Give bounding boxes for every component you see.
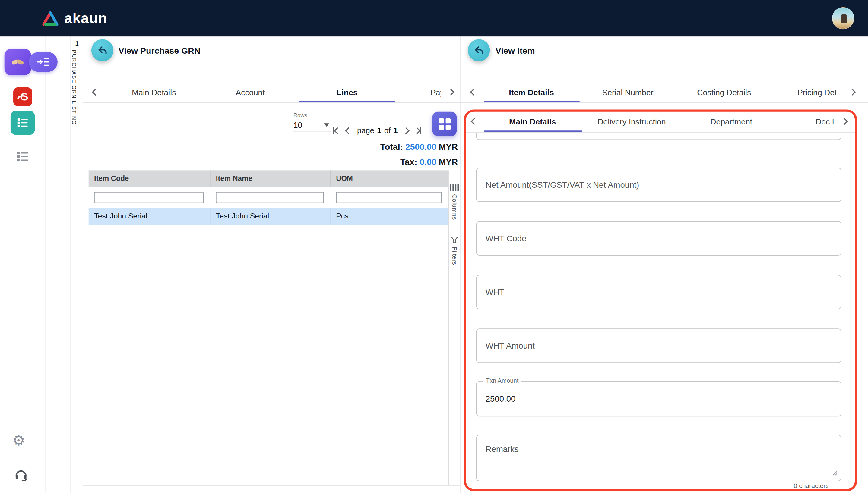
chevron-right-icon: [414, 127, 421, 134]
net-amount-field[interactable]: Net Amount(SST/GST/VAT x Net Amount): [476, 168, 842, 202]
item-form-scroll-area[interactable]: Net Amount(SST/GST/VAT x Net Amount) WHT…: [466, 133, 855, 491]
gear-icon: ⚙: [12, 432, 25, 449]
subtabs-scroll-left-button[interactable]: [467, 111, 480, 132]
tax-currency: MYR: [439, 157, 458, 166]
item-tab-item-details[interactable]: Item Details: [509, 82, 554, 103]
chevron-left-icon: [345, 127, 352, 134]
layout-grid-button[interactable]: [433, 112, 457, 136]
dropdown-caret-icon: [324, 123, 329, 127]
table-row[interactable]: Test John Serial Test John Serial Pcs: [89, 208, 449, 224]
pdf-export-button[interactable]: [13, 87, 32, 106]
topbar: akaun: [0, 0, 868, 37]
clipped-field[interactable]: [476, 133, 842, 140]
column-header-item-code[interactable]: Item Code: [89, 170, 210, 187]
pdf-icon: [17, 91, 29, 103]
indent-menu-icon: [37, 58, 49, 66]
wht-amount-label: WHT Amount: [485, 341, 535, 350]
grn-back-button[interactable]: [91, 39, 113, 61]
prev-page-button[interactable]: [346, 128, 351, 133]
wht-code-label: WHT Code: [485, 234, 526, 243]
active-tab-underline: [299, 101, 395, 103]
next-page-button[interactable]: [404, 128, 409, 133]
subtab-department[interactable]: Department: [710, 111, 752, 133]
panel-divider: [460, 37, 461, 493]
rows-value: 10: [293, 121, 303, 129]
txn-amount-label: Txn Amount: [483, 377, 521, 384]
wht-code-field[interactable]: WHT Code: [476, 221, 842, 256]
cell-item-code: Test John Serial: [89, 208, 210, 224]
filters-toggle[interactable]: Filters: [449, 236, 460, 265]
uom-filter-input[interactable]: [336, 192, 442, 203]
total-label: Total:: [380, 142, 403, 152]
listing-icon: [16, 116, 29, 129]
grn-tab-lines[interactable]: Lines: [336, 82, 358, 103]
listing-nav[interactable]: [15, 148, 31, 165]
item-tab-costing-details[interactable]: Costing Details: [697, 82, 751, 103]
grn-tab-account[interactable]: Account: [236, 82, 265, 103]
grn-tabs-scroll-right-button[interactable]: [441, 82, 460, 103]
table-filter-row: [89, 187, 449, 208]
panel-bottom-divider: [83, 485, 460, 486]
character-count: 0 characters: [794, 483, 829, 489]
handshake-module-icon[interactable]: [4, 49, 31, 75]
cell-uom: Pcs: [331, 208, 449, 224]
chevron-left-icon: [470, 89, 477, 95]
sidebar-expand-button[interactable]: [29, 52, 57, 72]
back-arrow-icon: [97, 45, 108, 56]
columns-tool-label: Columns: [451, 194, 458, 220]
purchase-grn-listing-tab[interactable]: 1 PURCHASE GRN LISTING: [70, 37, 83, 493]
chevron-left-icon: [334, 127, 341, 134]
brand-name: akaun: [64, 9, 107, 27]
first-page-button[interactable]: [333, 127, 340, 134]
chevron-right-icon: [447, 89, 454, 95]
active-tab-underline: [484, 101, 580, 103]
support-button[interactable]: [14, 467, 28, 484]
wht-field[interactable]: WHT: [476, 275, 842, 309]
item-tabs-scroll-left-button[interactable]: [467, 82, 480, 103]
txn-amount-value: 2500.00: [485, 394, 516, 404]
table-header-row: Item Code Item Name UOM: [89, 170, 449, 187]
grn-listing-nav-active[interactable]: [11, 111, 35, 135]
totals-block: Total: 2500.00 MYR Tax: 0.00 MYR: [380, 140, 458, 169]
column-header-item-name[interactable]: Item Name: [210, 170, 330, 187]
grn-tabbar: Main Details Account Lines Payment: [83, 82, 460, 103]
back-arrow-icon: [473, 45, 484, 56]
brand-logo-icon: [42, 11, 59, 26]
wht-label: WHT: [485, 287, 504, 297]
grn-tabs-scroll-left-button[interactable]: [89, 82, 102, 103]
remarks-textarea[interactable]: Remarks: [476, 435, 842, 481]
item-back-button[interactable]: [468, 39, 490, 61]
chevron-right-icon: [402, 127, 410, 134]
subtab-main-details[interactable]: Main Details: [509, 111, 556, 133]
strip-label: PURCHASE GRN LISTING: [71, 50, 77, 125]
chevron-left-icon: [471, 118, 477, 125]
item-name-filter-input[interactable]: [216, 192, 324, 203]
headset-icon: [14, 467, 28, 481]
item-tabs-scroll-right-button[interactable]: [836, 82, 868, 103]
strip-count: 1: [71, 40, 83, 46]
resize-grip-icon: [831, 469, 838, 476]
rows-per-page-select[interactable]: Rows 10: [293, 112, 331, 132]
grn-tab-main-details[interactable]: Main Details: [132, 82, 176, 103]
column-header-uom[interactable]: UOM: [331, 170, 449, 187]
item-tab-serial-number[interactable]: Serial Number: [602, 82, 653, 103]
wht-amount-field[interactable]: WHT Amount: [476, 328, 842, 363]
grid-icon: [439, 118, 451, 130]
txn-amount-field[interactable]: Txn Amount 2500.00: [476, 381, 842, 416]
settings-button[interactable]: ⚙: [12, 432, 25, 448]
view-item-panel: View Item Item Details Serial Number Cos…: [461, 37, 868, 493]
brand[interactable]: akaun: [42, 0, 107, 37]
item-subtabbar: Main Details Delivery Instruction Depart…: [466, 111, 855, 133]
resize-handle[interactable]: [831, 468, 838, 478]
user-avatar[interactable]: [832, 7, 854, 29]
last-page-button[interactable]: [415, 127, 422, 134]
app-sidebar: ⚙: [0, 37, 45, 493]
item-code-filter-input[interactable]: [94, 192, 204, 203]
active-subtab-underline: [484, 130, 582, 132]
subtab-delivery-instruction[interactable]: Delivery Instruction: [597, 111, 666, 133]
columns-toggle[interactable]: Columns: [449, 184, 460, 220]
chevron-left-icon: [92, 89, 99, 95]
lines-table: Item Code Item Name UOM Test John Serial…: [89, 170, 449, 224]
subtabs-scroll-right-button[interactable]: [834, 111, 855, 132]
tax-label: Tax:: [400, 157, 417, 166]
